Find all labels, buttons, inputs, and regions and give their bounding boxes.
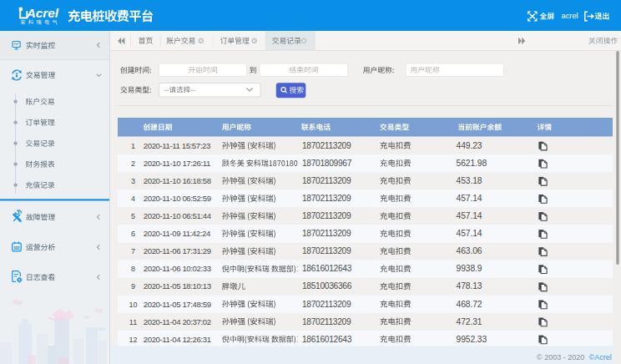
svg-text:acrel: acrel bbox=[562, 12, 578, 20]
svg-text:2020-11-06 17:31:29: 2020-11-06 17:31:29 bbox=[144, 246, 211, 255]
svg-text:2020-11-10 17:26:11: 2020-11-10 17:26:11 bbox=[144, 159, 210, 168]
svg-text:2020-11-10 16:18:58: 2020-11-10 16:18:58 bbox=[144, 176, 211, 185]
svg-text:10: 10 bbox=[129, 301, 137, 309]
svg-text:7: 7 bbox=[131, 247, 135, 255]
svg-text:18702113209: 18702113209 bbox=[302, 211, 351, 220]
svg-text:468.72: 468.72 bbox=[457, 300, 482, 309]
svg-text:2020-11-11 15:57:23: 2020-11-11 15:57:23 bbox=[144, 141, 210, 150]
svg-text:463.06: 463.06 bbox=[457, 246, 482, 255]
svg-text:5621.98: 5621.98 bbox=[457, 159, 487, 168]
svg-text:6: 6 bbox=[131, 230, 135, 238]
svg-text:18702113209: 18702113209 bbox=[302, 246, 351, 255]
svg-text:©Acrel: ©Acrel bbox=[589, 353, 612, 361]
svg-text:2020-11-04 12:26:31: 2020-11-04 12:26:31 bbox=[144, 335, 211, 344]
svg-text:2020-11-10 06:51:44: 2020-11-10 06:51:44 bbox=[144, 211, 212, 220]
svg-text:2020-11-04 20:37:02: 2020-11-04 20:37:02 bbox=[144, 317, 211, 326]
svg-text:18616012643: 18616012643 bbox=[302, 335, 352, 344]
svg-text:1: 1 bbox=[131, 142, 135, 150]
svg-text:18701809967: 18701809967 bbox=[302, 159, 352, 168]
svg-text:11: 11 bbox=[129, 318, 137, 326]
svg-text:2020-11-05 17:48:59: 2020-11-05 17:48:59 bbox=[144, 300, 211, 309]
svg-text:457.14: 457.14 bbox=[457, 211, 482, 220]
svg-text:18702113209: 18702113209 bbox=[302, 176, 351, 185]
svg-text:18702113209: 18702113209 bbox=[302, 229, 351, 238]
svg-text:9: 9 bbox=[131, 282, 135, 291]
svg-text:2020-11-05 18:10:13: 2020-11-05 18:10:13 bbox=[144, 281, 211, 291]
svg-text:18616012643: 18616012643 bbox=[302, 264, 352, 273]
svg-text:18702113209: 18702113209 bbox=[302, 317, 351, 326]
svg-text:18702113209: 18702113209 bbox=[302, 141, 351, 150]
svg-text:453.18: 453.18 bbox=[457, 176, 482, 185]
svg-text:5: 5 bbox=[131, 212, 135, 220]
svg-text:2: 2 bbox=[131, 159, 135, 168]
svg-text:12: 12 bbox=[129, 336, 137, 344]
svg-text:18702113209: 18702113209 bbox=[302, 194, 351, 203]
svg-text:9952.33: 9952.33 bbox=[457, 335, 487, 344]
svg-text:8: 8 bbox=[131, 265, 135, 273]
svg-text:4: 4 bbox=[131, 195, 135, 203]
svg-text:457.14: 457.14 bbox=[457, 194, 482, 203]
svg-text:449.23: 449.23 bbox=[457, 141, 482, 150]
svg-text:2020-11-06 10:02:33: 2020-11-06 10:02:33 bbox=[144, 264, 211, 273]
svg-text:2020-11-09 11:42:24: 2020-11-09 11:42:24 bbox=[144, 229, 211, 238]
svg-text:2020-11-10 06:52:59: 2020-11-10 06:52:59 bbox=[144, 194, 211, 203]
svg-text:18510036366: 18510036366 bbox=[302, 281, 352, 291]
svg-text:472.31: 472.31 bbox=[457, 317, 482, 326]
svg-text:3: 3 bbox=[131, 177, 135, 185]
svg-text:478.13: 478.13 bbox=[457, 281, 482, 291]
svg-text:457.14: 457.14 bbox=[457, 229, 482, 238]
svg-text:© 2003 - 2020: © 2003 - 2020 bbox=[537, 353, 584, 361]
svg-text:9938.9: 9938.9 bbox=[457, 264, 482, 273]
svg-text:Acrel: Acrel bbox=[26, 6, 59, 20]
svg-text:18702113209: 18702113209 bbox=[302, 300, 351, 309]
